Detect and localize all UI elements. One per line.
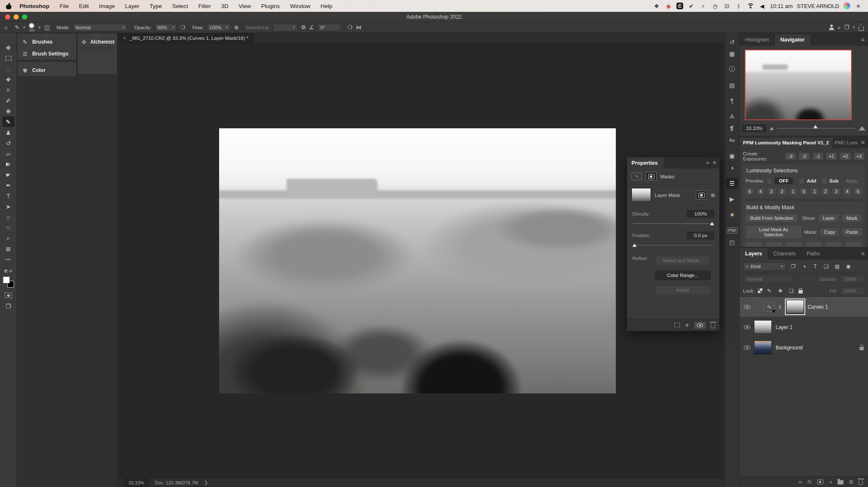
- filter-type-layers-icon[interactable]: T: [811, 263, 819, 269]
- show-layer-button[interactable]: Layer: [818, 214, 839, 222]
- selection-light-1-button[interactable]: 1: [810, 188, 819, 195]
- feather-slider[interactable]: [633, 245, 713, 246]
- glyphs-icon[interactable]: ❡: [726, 123, 738, 134]
- density-slider[interactable]: [633, 223, 713, 224]
- layer-row-background[interactable]: Background: [740, 338, 868, 358]
- feather-slider-thumb[interactable]: [632, 244, 637, 247]
- invite-people-icon[interactable]: [829, 25, 835, 30]
- tab-layers[interactable]: Layers: [740, 248, 768, 260]
- volume-icon[interactable]: ◀: [758, 3, 766, 9]
- delete-layer-icon[interactable]: [859, 480, 863, 485]
- load-selection-from-mask-icon[interactable]: [674, 323, 680, 327]
- menu-select[interactable]: Select: [167, 1, 193, 11]
- move-tool[interactable]: ✥: [3, 42, 14, 53]
- dropbox-icon[interactable]: ❖: [653, 3, 660, 9]
- menu-bar-user[interactable]: STEVE ARNOLD: [797, 3, 839, 9]
- properties-panel-menu-icon[interactable]: ≡: [713, 160, 716, 166]
- brush-preset-icon[interactable]: ✎: [15, 24, 19, 30]
- workspace-switcher-icon[interactable]: ❐: [844, 24, 849, 30]
- frame-tool[interactable]: ⊠: [3, 244, 14, 254]
- color-swatches[interactable]: [3, 277, 14, 288]
- preview-off-value[interactable]: OFF: [775, 177, 793, 184]
- selection-dark-5-button[interactable]: 5: [746, 188, 754, 195]
- clone-stamp-tool[interactable]: ♟: [3, 127, 14, 138]
- zoom-slider-thumb[interactable]: [813, 125, 818, 128]
- brush-preset-chevron-icon[interactable]: ▾: [23, 24, 26, 30]
- opacity-select[interactable]: 60% ▾: [155, 24, 177, 31]
- layer-row-layer-1[interactable]: Layer 1: [740, 317, 868, 338]
- menu-help[interactable]: Help: [316, 1, 337, 11]
- selection-light-2-button[interactable]: 2: [821, 188, 830, 195]
- menu-bar-clock[interactable]: 10:11 am: [770, 3, 793, 9]
- navigator-preview[interactable]: [745, 50, 852, 120]
- menu-view[interactable]: View: [234, 1, 256, 11]
- siri-icon[interactable]: [843, 3, 850, 9]
- libraries-icon[interactable]: ▣: [726, 150, 738, 161]
- curves-adjustment-icon[interactable]: ∿ ☛: [764, 302, 775, 312]
- c-app-icon[interactable]: C: [676, 3, 683, 9]
- build-from-selection-button[interactable]: Build From Selection: [746, 214, 798, 222]
- bluetooth-icon[interactable]: ᛒ: [735, 3, 743, 9]
- smoothing-gear-icon[interactable]: ⚙: [301, 24, 306, 30]
- delete-mask-icon[interactable]: [711, 324, 715, 328]
- brush-settings-panel-button[interactable]: ☰ Brush Settings: [17, 48, 76, 60]
- curves-properties-icon[interactable]: ∿: [632, 172, 642, 180]
- history-brush-tool[interactable]: ↺: [3, 138, 14, 148]
- filter-adjustment-layers-icon[interactable]: ◑: [800, 263, 808, 269]
- share-icon[interactable]: [859, 26, 864, 31]
- alchemist-panel-button[interactable]: ✣ Alchemist: [78, 36, 117, 48]
- density-value-field[interactable]: 100%: [687, 210, 714, 218]
- brush-angle-field[interactable]: 0°: [317, 24, 340, 31]
- exposure-plus3-button[interactable]: +3: [854, 152, 865, 160]
- menu-3d[interactable]: 3D: [217, 1, 233, 11]
- menu-type[interactable]: Type: [145, 1, 167, 11]
- actions-grid-icon[interactable]: ▦: [726, 48, 738, 59]
- layer-thumbnail[interactable]: [754, 320, 772, 334]
- menu-file[interactable]: File: [55, 1, 74, 11]
- add-layer-mask-icon[interactable]: [817, 479, 823, 484]
- layer-name[interactable]: Curves 1: [808, 304, 828, 310]
- tab-histogram[interactable]: Histogram: [740, 34, 775, 46]
- visibility-eye-icon[interactable]: [744, 325, 750, 329]
- spotlight-icon[interactable]: ⌕: [699, 3, 707, 9]
- mode-select[interactable]: Normal ▾: [73, 24, 127, 31]
- brush-size-chevron-icon[interactable]: ▾: [38, 24, 41, 30]
- path-selection-tool[interactable]: ➤: [3, 201, 14, 212]
- mask-copy-button[interactable]: Copy: [820, 228, 839, 236]
- layer-mask-thumbnail[interactable]: [786, 300, 804, 314]
- visibility-eye-icon[interactable]: [744, 346, 750, 350]
- check-app-icon[interactable]: ✔: [687, 3, 695, 9]
- crop-tool[interactable]: ⌗: [3, 85, 14, 95]
- character-icon[interactable]: A: [726, 111, 738, 122]
- eyedropper-tool[interactable]: ✐: [3, 95, 14, 106]
- status-chevron-icon[interactable]: ❯: [204, 480, 208, 485]
- apple-menu-icon[interactable]: [6, 3, 11, 9]
- brush-settings-panel-toggle-icon[interactable]: ◫: [44, 24, 49, 30]
- layer-opacity-field[interactable]: 100%: [840, 275, 865, 283]
- lock-pixels-icon[interactable]: ✎: [765, 288, 773, 294]
- selection-light-3-button[interactable]: 3: [832, 188, 840, 195]
- apply-mask-icon[interactable]: ❖: [685, 322, 689, 328]
- pressure-size-icon[interactable]: ❍: [348, 24, 353, 30]
- disable-mask-eye-icon[interactable]: [694, 321, 706, 329]
- selection-dark-3-button[interactable]: 3: [767, 188, 776, 195]
- invert-button[interactable]: Invert: [655, 285, 711, 295]
- brush-tip-picker[interactable]: 300: [29, 23, 34, 32]
- feather-value-field[interactable]: 0.0 px: [687, 232, 714, 239]
- menu-layer[interactable]: Layer: [120, 1, 144, 11]
- navigator-zoom-field[interactable]: 33.33%: [742, 125, 766, 132]
- pressure-opacity-icon[interactable]: ❍: [180, 24, 185, 30]
- swap-colors-icon[interactable]: ◩⇄: [4, 269, 12, 273]
- select-and-mask-button[interactable]: Select and Mask...: [655, 256, 711, 265]
- home-icon[interactable]: ⌂: [4, 24, 8, 30]
- lock-all-icon[interactable]: [798, 290, 803, 293]
- flow-select[interactable]: 100% ▾: [207, 24, 231, 31]
- exposure-minus3-button[interactable]: -3: [785, 152, 796, 160]
- navigator-zoom-slider[interactable]: [777, 128, 855, 129]
- new-adjustment-layer-icon[interactable]: ◑: [829, 479, 832, 485]
- layer-style-fx-icon[interactable]: fx: [807, 479, 811, 485]
- color-wheel-icon[interactable]: [726, 209, 738, 220]
- new-group-icon[interactable]: [837, 480, 843, 484]
- color-panel-button[interactable]: ✾ Color: [17, 64, 76, 76]
- filter-toggle-icon[interactable]: ◉: [844, 263, 852, 269]
